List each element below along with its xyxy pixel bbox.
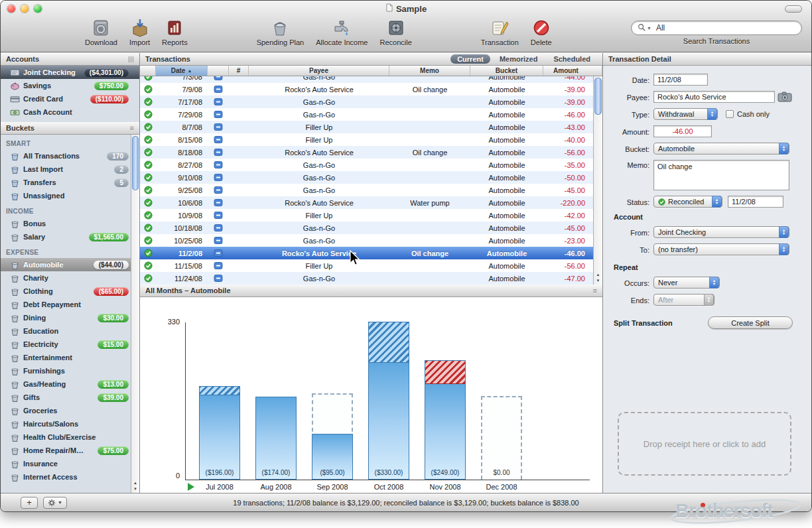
scrollbar-thumb[interactable]: [594, 78, 602, 115]
tab-scheduled[interactable]: Scheduled: [547, 54, 597, 64]
scroll-down-icon[interactable]: ▼: [596, 279, 600, 283]
scroll-up-icon[interactable]: ▲: [133, 481, 137, 486]
transaction-row[interactable]: 9/10/08Gas-n-GoAutomobile-50.00: [140, 171, 593, 184]
sidebar-bucket-groceries[interactable]: Groceries: [1, 404, 139, 417]
toolbar-delete-button[interactable]: Delete: [525, 18, 558, 46]
chart-bar[interactable]: [199, 386, 240, 480]
sidebar-bucket-insurance[interactable]: Insurance: [1, 457, 139, 470]
toolbar-spending-plan-button[interactable]: Spending Plan: [251, 18, 310, 46]
sidebar-scrollbar[interactable]: ▲ ▼: [131, 135, 139, 493]
transaction-row[interactable]: 7/29/08Gas-n-GoAutomobile-46.00: [140, 108, 593, 121]
sidebar-bucket-furnishings[interactable]: Furnishings: [1, 364, 139, 377]
transaction-row[interactable]: 9/25/08Gas-n-GoAutomobile-45.00: [140, 184, 593, 196]
sidebar-bucket-health-club-exercise[interactable]: Health Club/Exercise: [1, 430, 139, 444]
sidebar-bucket-last-import[interactable]: Last Import2: [1, 163, 139, 176]
sidebar-bucket-gas-heating[interactable]: Gas/Heating$13.00: [1, 377, 139, 391]
toolbar-import-button[interactable]: Import: [123, 18, 156, 46]
chart-options-icon[interactable]: ≡: [593, 287, 597, 295]
receipt-dropzone[interactable]: Drop receipt here or click to add: [618, 412, 791, 476]
toolbar-transaction-button[interactable]: Transaction: [475, 18, 525, 46]
sidebar-bucket-transfers[interactable]: Transfers5: [1, 176, 139, 189]
sidebar-bucket-haircuts-salons[interactable]: Haircuts/Salons: [1, 417, 139, 430]
toolbar-reconcile-button[interactable]: Reconcile: [373, 18, 417, 46]
search-input[interactable]: ▼ All: [631, 21, 802, 35]
create-split-button[interactable]: Create Split: [708, 316, 793, 329]
bucket-dropdown[interactable]: Automobile▲▼: [653, 143, 789, 155]
ends-dropdown[interactable]: After▲▼: [653, 294, 714, 306]
column-bucket[interactable]: Bucket: [470, 66, 543, 76]
from-account-dropdown[interactable]: Joint Checking▲▼: [653, 226, 789, 238]
transaction-row[interactable]: 11/2/08Rocko's Auto ServiceOil changeAut…: [140, 247, 593, 259]
sidebar-bucket-entertainment[interactable]: Entertainment: [1, 351, 139, 364]
transaction-row[interactable]: 11/15/08Filler UpAutomobile-56.00: [140, 259, 593, 272]
column-memo[interactable]: Memo: [389, 66, 470, 76]
column-amount[interactable]: Amount: [543, 66, 602, 76]
sidebar-bucket-salary[interactable]: Salary$1,565.00: [1, 230, 139, 243]
transaction-row[interactable]: 8/7/08Filler UpAutomobile-43.00: [140, 121, 593, 133]
transaction-row[interactable]: 10/6/08Rocko's Auto ServiceWater pumpAut…: [140, 196, 593, 209]
scroll-up-icon[interactable]: ▲: [596, 273, 600, 277]
status-dropdown[interactable]: Reconciled▲▼: [653, 196, 722, 208]
scroll-down-icon[interactable]: ▼: [133, 487, 137, 492]
scrollbar-thumb[interactable]: [132, 136, 139, 190]
sidebar-account-credit-card[interactable]: Credit Card($110.00): [1, 92, 139, 105]
column-payee[interactable]: Payee: [249, 66, 389, 76]
tab-memorized[interactable]: Memorized: [493, 54, 544, 64]
memo-field[interactable]: Oil change: [653, 160, 789, 190]
status-date-field[interactable]: 11/2/08: [728, 196, 783, 208]
sidebar-bucket-home-repair-m[interactable]: Home Repair/M…$75.00: [1, 444, 139, 457]
occurs-dropdown[interactable]: Never▲▼: [653, 277, 720, 289]
toolbar-download-button[interactable]: Download: [79, 18, 123, 46]
resize-grip-icon[interactable]: [128, 56, 134, 62]
transaction-row[interactable]: 10/25/08Gas-n-GoAutomobile-23.00: [140, 234, 593, 247]
transaction-row[interactable]: 8/27/08Gas-n-GoAutomobile-35.00: [140, 159, 593, 171]
transaction-row[interactable]: 8/18/08Rocko's Auto ServiceOil changeAut…: [140, 146, 593, 159]
chevron-down-icon[interactable]: ▼: [647, 26, 651, 31]
column-check[interactable]: [140, 66, 156, 76]
to-account-dropdown[interactable]: (no transfer)▲▼: [653, 243, 789, 255]
date-field[interactable]: 11/2/08: [653, 74, 708, 86]
transaction-row[interactable]: 10/9/08Filler UpAutomobile-42.00: [140, 209, 593, 222]
sidebar-bucket-automobile[interactable]: Automobile($44.00): [1, 258, 139, 271]
column-flag[interactable]: [208, 66, 229, 76]
camera-icon[interactable]: [778, 92, 792, 102]
sidebar-account-joint-checking[interactable]: Joint Checking($4,301.00): [1, 66, 139, 79]
table-scrollbar[interactable]: ▲ ▼: [593, 76, 602, 285]
titlebar[interactable]: Sample: [1, 1, 811, 17]
sidebar-bucket-electricity[interactable]: Electricity$15.00: [1, 338, 139, 351]
transaction-row[interactable]: 11/24/08Gas-n-GoAutomobile-47.00: [140, 272, 593, 285]
type-dropdown[interactable]: Withdrawal▲▼: [653, 108, 718, 120]
sidebar-bucket-education[interactable]: Education: [1, 324, 139, 338]
chart-bar[interactable]: [255, 397, 297, 480]
sidebar-bucket-bonus[interactable]: Bonus: [1, 217, 139, 230]
sidebar-bucket-internet-access[interactable]: Internet Access: [1, 470, 139, 484]
sidebar-bucket-charity[interactable]: Charity: [1, 271, 139, 285]
column-number[interactable]: #: [229, 66, 249, 76]
sidebar-bucket-debt-repayment[interactable]: Debt Repayment: [1, 298, 139, 311]
sidebar-bucket-all-transactions[interactable]: All Transactions170: [1, 149, 139, 163]
toolbar-allocate-income-button[interactable]: Allocate Income: [310, 18, 373, 46]
transaction-row[interactable]: 10/18/08Gas-n-GoAutomobile-45.00: [140, 222, 593, 234]
tab-current[interactable]: Current: [450, 54, 490, 64]
sidebar-bucket-unassigned[interactable]: Unassigned: [1, 189, 139, 202]
sidebar-bucket-clothing[interactable]: Clothing($65.00): [1, 285, 139, 298]
chart-bar[interactable]: [368, 322, 409, 480]
sidebar-bucket-gifts[interactable]: Gifts$39.00: [1, 391, 139, 404]
chart-bar[interactable]: [425, 360, 466, 480]
add-transaction-button[interactable]: +: [21, 497, 38, 509]
transaction-row[interactable]: 7/9/08Rocko's Auto ServiceOil changeAuto…: [140, 83, 593, 96]
sidebar-account-savings[interactable]: Savings$750.00: [1, 79, 139, 92]
amount-field[interactable]: -46.00: [653, 125, 712, 137]
transaction-row[interactable]: 7/17/08Gas-n-GoAutomobile-39.00: [140, 96, 593, 108]
column-date[interactable]: Date▲: [156, 66, 208, 76]
list-options-icon[interactable]: ≡: [130, 124, 134, 132]
toolbar-toggle-button[interactable]: [785, 5, 802, 13]
sidebar-bucket-dining[interactable]: Dining$30.00: [1, 311, 139, 324]
payee-field[interactable]: Rocko's Auto Service: [653, 91, 775, 103]
sidebar-account-cash-account[interactable]: Cash Account: [1, 105, 139, 119]
transaction-row[interactable]: 7/3/08Gas-n-GoAutomobile-44.00: [140, 76, 593, 83]
action-menu-button[interactable]: ▼: [43, 497, 67, 509]
toolbar-reports-button[interactable]: Reports: [156, 18, 194, 46]
transaction-row[interactable]: 8/15/08Filler UpAutomobile-40.00: [140, 133, 593, 146]
cash-only-checkbox[interactable]: [726, 110, 734, 118]
